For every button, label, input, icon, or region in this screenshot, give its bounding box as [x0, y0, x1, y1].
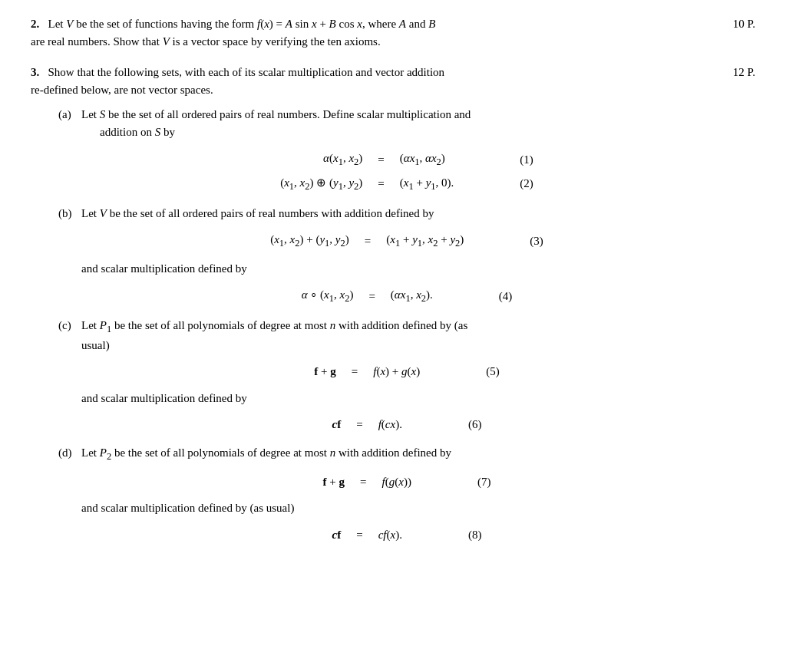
- eq8-op: =: [345, 525, 373, 545]
- equations-d2: cf = cf(x). (8): [58, 523, 755, 547]
- subproblem-b: (b) Let V be the set of all ordered pair…: [58, 205, 755, 310]
- problem-2-line2: are real numbers. Show that V is a vecto…: [31, 33, 725, 51]
- subproblem-b-text: Let V be the set of all ordered pairs of…: [81, 205, 755, 222]
- eq6-op: =: [345, 414, 373, 435]
- subproblem-d-header: (d) Let P2 be the set of all polynomials…: [58, 444, 755, 464]
- subproblem-d-label: (d): [58, 444, 77, 462]
- eq-table-c2: cf = f(cx). (6): [328, 413, 487, 436]
- eq-row-4: α ∘ (x1, x2) = (αx1, x2). (4): [299, 285, 516, 308]
- eq2-number: (2): [458, 173, 537, 196]
- equations-a: α(x1, x2) = (αx1, αx2) (1) (x1, x2) ⊕ (y…: [58, 147, 755, 197]
- eq-table-b1: (x1, x2) + (y1, y2) = (x1 + y1, x2 + y2)…: [266, 228, 548, 254]
- eq5-number: (5): [424, 361, 503, 382]
- problem-2-line1: 2. Let V be the set of functions having …: [31, 15, 725, 33]
- equations-b2: α ∘ (x1, x2) = (αx1, x2). (4): [58, 283, 755, 309]
- eq6-lhs: cf: [329, 414, 345, 435]
- subproblem-a-label: (a): [58, 106, 77, 124]
- equations-c1: f + g = f(x) + g(x) (5): [58, 360, 755, 384]
- eq8-rhs: cf(x).: [375, 525, 405, 545]
- eq1-op: =: [367, 148, 395, 171]
- eq-table-d1: f + g = f(g(x)) (7): [319, 470, 496, 494]
- eq7-rhs: f(g(x)): [379, 472, 414, 492]
- problem-3-points: 12 P.: [733, 64, 755, 81]
- equations-b1: (x1, x2) + (y1, y2) = (x1 + y1, x2 + y2)…: [58, 228, 755, 254]
- subproblem-d-text2: and scalar multiplication defined by (as…: [81, 499, 755, 517]
- eq5-op: =: [341, 361, 368, 382]
- problem-3-line1: 3. Show that the following sets, with ea…: [31, 64, 725, 81]
- eq-row-1: α(x1, x2) = (αx1, αx2) (1): [277, 148, 537, 171]
- eq-table-a: α(x1, x2) = (αx1, αx2) (1) (x1, x2) ⊕ (y…: [276, 147, 538, 197]
- eq4-lhs: α ∘ (x1, x2): [299, 285, 357, 308]
- subproblem-c-text: Let P1 be the set of all polynomials of …: [81, 317, 755, 354]
- eq-table-c1: f + g = f(x) + g(x) (5): [309, 360, 504, 384]
- eq4-op: =: [358, 285, 385, 308]
- problem-2-number: 2.: [31, 18, 39, 30]
- eq2-rhs: (x1 + y1, 0).: [397, 173, 457, 196]
- eq1-number: (1): [458, 148, 537, 171]
- eq8-lhs: cf: [329, 525, 345, 545]
- subproblem-c-text2: and scalar multiplication defined by: [81, 390, 755, 407]
- subproblem-b-text2: and scalar multiplication defined by: [81, 260, 755, 278]
- eq7-op: =: [349, 472, 377, 492]
- eq-row-3: (x1, x2) + (y1, y2) = (x1 + y1, x2 + y2)…: [267, 229, 547, 252]
- eq-row-7: f + g = f(g(x)) (7): [320, 472, 494, 492]
- eq-row-8: cf = cf(x). (8): [329, 525, 485, 545]
- eq7-number: (7): [416, 472, 494, 492]
- eq-table-d2: cf = cf(x). (8): [328, 523, 487, 547]
- eq2-lhs: (x1, x2) ⊕ (y1, y2): [277, 173, 365, 196]
- eq-row-2: (x1, x2) ⊕ (y1, y2) = (x1 + y1, 0). (2): [277, 173, 537, 196]
- eq1-lhs: α(x1, x2): [277, 148, 365, 171]
- subproblem-b-label: (b): [58, 205, 77, 222]
- problem-3-number: 3.: [31, 66, 39, 78]
- eq3-number: (3): [468, 229, 547, 252]
- equations-d1: f + g = f(g(x)) (7): [58, 470, 755, 494]
- eq3-lhs: (x1, x2) + (y1, y2): [267, 229, 352, 252]
- problem-2: 2. Let V be the set of functions having …: [31, 15, 755, 50]
- problem-3-line2: re-defined below, are not vector spaces.: [31, 81, 725, 99]
- subproblem-a: (a) Let S be the set of all ordered pair…: [58, 106, 755, 197]
- subproblem-c-label: (c): [58, 317, 77, 334]
- eq5-lhs: f + g: [311, 361, 339, 382]
- problem-2-content: 2. Let V be the set of functions having …: [31, 15, 733, 50]
- eq6-rhs: f(cx).: [375, 414, 405, 435]
- subproblem-a-header: (a) Let S be the set of all ordered pair…: [58, 106, 755, 140]
- subproblem-d-text: Let P2 be the set of all polynomials of …: [81, 444, 755, 464]
- eq3-op: =: [354, 229, 381, 252]
- eq7-lhs: f + g: [320, 472, 348, 492]
- eq2-op: =: [367, 173, 395, 196]
- subproblem-b-header: (b) Let V be the set of all ordered pair…: [58, 205, 755, 222]
- eq3-rhs: (x1 + y1, x2 + y2): [383, 229, 467, 252]
- equations-c2: cf = f(cx). (6): [58, 413, 755, 436]
- problem-3-content: 3. Show that the following sets, with ea…: [31, 64, 733, 98]
- eq1-rhs: (αx1, αx2): [397, 148, 457, 171]
- subproblem-a-text: Let S be the set of all ordered pairs of…: [81, 106, 755, 140]
- subproblem-c: (c) Let P1 be the set of all polynomials…: [58, 317, 755, 436]
- subproblem-c-header: (c) Let P1 be the set of all polynomials…: [58, 317, 755, 354]
- eq-row-5: f + g = f(x) + g(x) (5): [311, 361, 502, 382]
- eq5-rhs: f(x) + g(x): [370, 361, 423, 382]
- eq6-number: (6): [407, 414, 485, 435]
- eq8-number: (8): [407, 525, 485, 545]
- eq4-rhs: (αx1, x2).: [388, 285, 436, 308]
- eq4-number: (4): [438, 285, 516, 308]
- subproblem-d: (d) Let P2 be the set of all polynomials…: [58, 444, 755, 546]
- problem-2-points: 10 P.: [733, 15, 755, 33]
- problem-3: 3. Show that the following sets, with ea…: [31, 64, 755, 546]
- eq-row-6: cf = f(cx). (6): [329, 414, 485, 435]
- eq-table-b2: α ∘ (x1, x2) = (αx1, x2). (4): [297, 283, 517, 309]
